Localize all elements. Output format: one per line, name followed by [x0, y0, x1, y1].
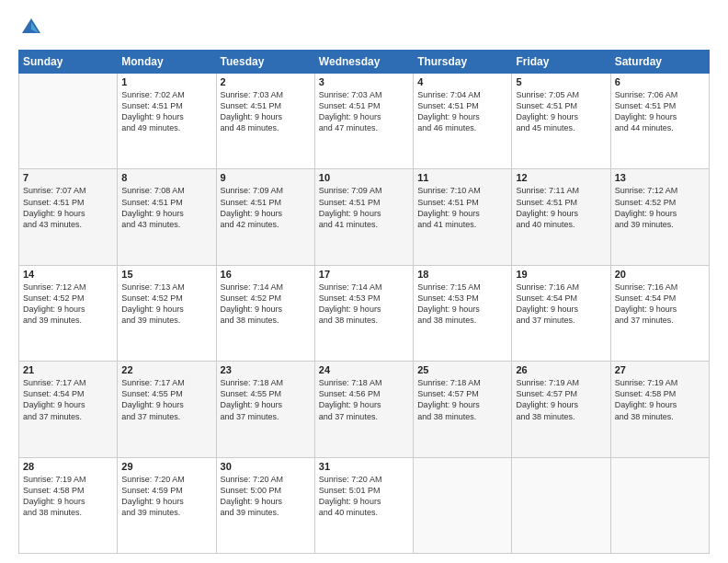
calendar-header-monday: Monday: [118, 51, 216, 74]
calendar-week-5: 28Sunrise: 7:19 AM Sunset: 4:58 PM Dayli…: [19, 457, 710, 553]
calendar-cell: 12Sunrise: 7:11 AM Sunset: 4:51 PM Dayli…: [512, 169, 610, 265]
calendar-cell: [512, 457, 610, 553]
day-number: 31: [319, 461, 409, 472]
day-info: Sunrise: 7:02 AM Sunset: 4:51 PM Dayligh…: [121, 89, 211, 134]
calendar-header-saturday: Saturday: [610, 51, 709, 74]
day-info: Sunrise: 7:07 AM Sunset: 4:51 PM Dayligh…: [23, 185, 113, 230]
calendar-cell: 7Sunrise: 7:07 AM Sunset: 4:51 PM Daylig…: [19, 169, 118, 265]
day-number: 9: [221, 172, 311, 183]
calendar-header-sunday: Sunday: [19, 51, 118, 74]
day-number: 6: [615, 76, 705, 87]
calendar-cell: 17Sunrise: 7:14 AM Sunset: 4:53 PM Dayli…: [314, 265, 413, 361]
calendar-week-3: 14Sunrise: 7:12 AM Sunset: 4:52 PM Dayli…: [19, 265, 710, 361]
calendar-cell: 3Sunrise: 7:03 AM Sunset: 4:51 PM Daylig…: [314, 74, 413, 169]
day-info: Sunrise: 7:03 AM Sunset: 4:51 PM Dayligh…: [221, 89, 311, 134]
day-number: 29: [121, 461, 211, 472]
day-info: Sunrise: 7:12 AM Sunset: 4:52 PM Dayligh…: [615, 185, 705, 230]
day-info: Sunrise: 7:11 AM Sunset: 4:51 PM Dayligh…: [516, 185, 606, 230]
calendar-cell: 16Sunrise: 7:14 AM Sunset: 4:52 PM Dayli…: [216, 265, 314, 361]
day-number: 11: [417, 172, 507, 183]
calendar-cell: 22Sunrise: 7:17 AM Sunset: 4:55 PM Dayli…: [118, 362, 216, 457]
day-info: Sunrise: 7:19 AM Sunset: 4:58 PM Dayligh…: [23, 474, 113, 519]
day-info: Sunrise: 7:03 AM Sunset: 4:51 PM Dayligh…: [319, 89, 409, 134]
day-info: Sunrise: 7:05 AM Sunset: 4:51 PM Dayligh…: [516, 89, 606, 134]
day-info: Sunrise: 7:09 AM Sunset: 4:51 PM Dayligh…: [319, 185, 409, 230]
calendar-cell: 29Sunrise: 7:20 AM Sunset: 4:59 PM Dayli…: [118, 457, 216, 553]
day-number: 21: [23, 364, 113, 375]
day-number: 12: [516, 172, 606, 183]
day-number: 5: [516, 76, 606, 87]
day-number: 8: [121, 172, 211, 183]
day-number: 27: [615, 364, 705, 375]
day-number: 13: [615, 172, 705, 183]
calendar-cell: 25Sunrise: 7:18 AM Sunset: 4:57 PM Dayli…: [414, 362, 512, 457]
day-number: 18: [417, 269, 507, 280]
day-number: 28: [23, 461, 113, 472]
logo-icon: [18, 15, 44, 40]
calendar-header-wednesday: Wednesday: [314, 51, 413, 74]
day-info: Sunrise: 7:20 AM Sunset: 5:01 PM Dayligh…: [319, 474, 409, 519]
day-info: Sunrise: 7:09 AM Sunset: 4:51 PM Dayligh…: [221, 185, 311, 230]
day-info: Sunrise: 7:04 AM Sunset: 4:51 PM Dayligh…: [417, 89, 507, 134]
calendar-cell: 20Sunrise: 7:16 AM Sunset: 4:54 PM Dayli…: [610, 265, 709, 361]
day-info: Sunrise: 7:15 AM Sunset: 4:53 PM Dayligh…: [417, 282, 507, 327]
logo: [18, 15, 48, 40]
day-number: 17: [319, 269, 409, 280]
day-number: 7: [23, 172, 113, 183]
calendar-cell: 14Sunrise: 7:12 AM Sunset: 4:52 PM Dayli…: [19, 265, 118, 361]
day-number: 4: [417, 76, 507, 87]
day-info: Sunrise: 7:08 AM Sunset: 4:51 PM Dayligh…: [121, 185, 211, 230]
day-number: 1: [121, 76, 211, 87]
day-info: Sunrise: 7:18 AM Sunset: 4:57 PM Dayligh…: [417, 377, 507, 422]
day-number: 20: [615, 269, 705, 280]
calendar-cell: 1Sunrise: 7:02 AM Sunset: 4:51 PM Daylig…: [118, 74, 216, 169]
calendar-cell: 18Sunrise: 7:15 AM Sunset: 4:53 PM Dayli…: [414, 265, 512, 361]
day-info: Sunrise: 7:06 AM Sunset: 4:51 PM Dayligh…: [615, 89, 705, 134]
day-number: 23: [221, 364, 311, 375]
calendar-cell: 28Sunrise: 7:19 AM Sunset: 4:58 PM Dayli…: [19, 457, 118, 553]
calendar-cell: 11Sunrise: 7:10 AM Sunset: 4:51 PM Dayli…: [414, 169, 512, 265]
calendar-cell: 5Sunrise: 7:05 AM Sunset: 4:51 PM Daylig…: [512, 74, 610, 169]
day-info: Sunrise: 7:13 AM Sunset: 4:52 PM Dayligh…: [121, 282, 211, 327]
calendar-cell: [19, 74, 118, 169]
day-number: 3: [319, 76, 409, 87]
calendar-cell: [610, 457, 709, 553]
calendar-cell: 6Sunrise: 7:06 AM Sunset: 4:51 PM Daylig…: [610, 74, 709, 169]
day-info: Sunrise: 7:12 AM Sunset: 4:52 PM Dayligh…: [23, 282, 113, 327]
day-info: Sunrise: 7:14 AM Sunset: 4:52 PM Dayligh…: [221, 282, 311, 327]
day-number: 25: [417, 364, 507, 375]
day-number: 19: [516, 269, 606, 280]
calendar-week-2: 7Sunrise: 7:07 AM Sunset: 4:51 PM Daylig…: [19, 169, 710, 265]
calendar-header-friday: Friday: [512, 51, 610, 74]
calendar-cell: 23Sunrise: 7:18 AM Sunset: 4:55 PM Dayli…: [216, 362, 314, 457]
calendar-header-thursday: Thursday: [414, 51, 512, 74]
calendar-cell: 27Sunrise: 7:19 AM Sunset: 4:58 PM Dayli…: [610, 362, 709, 457]
day-number: 14: [23, 269, 113, 280]
calendar-header-row: SundayMondayTuesdayWednesdayThursdayFrid…: [19, 51, 710, 74]
day-info: Sunrise: 7:16 AM Sunset: 4:54 PM Dayligh…: [516, 282, 606, 327]
day-info: Sunrise: 7:17 AM Sunset: 4:54 PM Dayligh…: [23, 377, 113, 422]
calendar-cell: 15Sunrise: 7:13 AM Sunset: 4:52 PM Dayli…: [118, 265, 216, 361]
calendar-header-tuesday: Tuesday: [216, 51, 314, 74]
calendar-cell: 31Sunrise: 7:20 AM Sunset: 5:01 PM Dayli…: [314, 457, 413, 553]
day-info: Sunrise: 7:20 AM Sunset: 5:00 PM Dayligh…: [221, 474, 311, 519]
day-number: 22: [121, 364, 211, 375]
calendar-cell: [414, 457, 512, 553]
day-number: 10: [319, 172, 409, 183]
day-info: Sunrise: 7:19 AM Sunset: 4:58 PM Dayligh…: [615, 377, 705, 422]
day-number: 30: [221, 461, 311, 472]
calendar-cell: 2Sunrise: 7:03 AM Sunset: 4:51 PM Daylig…: [216, 74, 314, 169]
day-number: 24: [319, 364, 409, 375]
day-info: Sunrise: 7:16 AM Sunset: 4:54 PM Dayligh…: [615, 282, 705, 327]
calendar-cell: 26Sunrise: 7:19 AM Sunset: 4:57 PM Dayli…: [512, 362, 610, 457]
calendar-week-4: 21Sunrise: 7:17 AM Sunset: 4:54 PM Dayli…: [19, 362, 710, 457]
day-info: Sunrise: 7:18 AM Sunset: 4:55 PM Dayligh…: [221, 377, 311, 422]
day-info: Sunrise: 7:10 AM Sunset: 4:51 PM Dayligh…: [417, 185, 507, 230]
day-number: 15: [121, 269, 211, 280]
calendar-cell: 4Sunrise: 7:04 AM Sunset: 4:51 PM Daylig…: [414, 74, 512, 169]
day-number: 16: [221, 269, 311, 280]
day-info: Sunrise: 7:20 AM Sunset: 4:59 PM Dayligh…: [121, 474, 211, 519]
calendar-cell: 19Sunrise: 7:16 AM Sunset: 4:54 PM Dayli…: [512, 265, 610, 361]
calendar-cell: 30Sunrise: 7:20 AM Sunset: 5:00 PM Dayli…: [216, 457, 314, 553]
calendar-cell: 8Sunrise: 7:08 AM Sunset: 4:51 PM Daylig…: [118, 169, 216, 265]
